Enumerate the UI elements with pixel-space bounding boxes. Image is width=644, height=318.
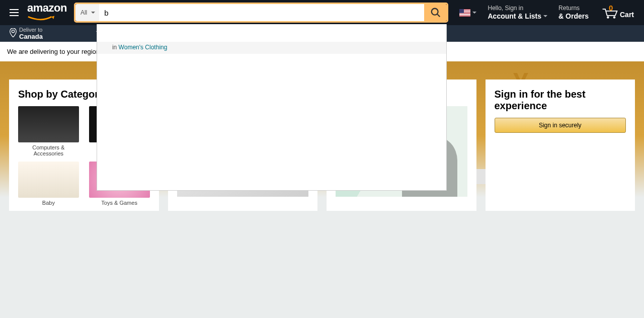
suggestion-completion: andanas <box>108 174 139 182</box>
category-thumb <box>18 162 79 198</box>
search-suggestion[interactable]: bandanas for men <box>97 54 447 68</box>
suggestion-completion: ras for women <box>108 130 160 138</box>
logo-smile-icon <box>27 16 55 22</box>
suggestion-completion: aking soda <box>108 115 147 124</box>
hamburger-menu-button[interactable] <box>5 4 23 22</box>
suggestion-prefix: b <box>104 101 108 109</box>
suggestion-prefix: b <box>104 71 108 80</box>
search-suggestion[interactable]: bandanas <box>97 171 447 185</box>
suggestion-completion: lender <box>108 159 131 168</box>
search-bar: All bathing suits for womenin Women's Cl… <box>74 3 449 23</box>
search-suggestions-dropdown: bathing suits for womenin Women's Clothi… <box>97 24 447 191</box>
us-flag-icon <box>459 9 470 17</box>
search-suggestion[interactable]: baking soda <box>97 112 447 127</box>
chevron-down-icon <box>472 12 476 14</box>
category-label: Computers & Accessories <box>32 144 64 156</box>
suggestion-prefix: b <box>104 57 108 65</box>
suggestion-completion: lackout curtains <box>108 144 166 153</box>
category-tile-computers[interactable]: Computers & Accessories <box>18 106 79 156</box>
location-pin-icon <box>9 28 17 39</box>
suggestion-prefix: b <box>104 174 108 182</box>
search-suggestion[interactable]: blender <box>97 156 447 171</box>
search-suggestion[interactable]: bras for women <box>97 127 447 141</box>
deliver-to-country: Canada <box>19 33 43 40</box>
account-greeting: Hello, Sign in <box>488 5 547 12</box>
account-menu[interactable]: Hello, Sign in Account & Lists <box>484 5 551 20</box>
search-icon <box>430 7 441 18</box>
cart-label: Cart <box>620 11 634 19</box>
suggestion-prefix: b <box>104 86 108 95</box>
category-label: Baby <box>42 200 55 206</box>
suggestion-completion: iker shorts for women <box>108 86 187 95</box>
logo-text: amazon <box>27 2 67 15</box>
card-title: Sign in for the best experience <box>495 89 626 112</box>
deliver-to-button[interactable]: Deliver to Canada <box>6 26 46 41</box>
returns-label-1: Returns <box>558 5 589 12</box>
category-tile-baby[interactable]: Baby <box>18 162 79 206</box>
search-department-label: All <box>80 9 87 16</box>
suggestion-prefix: b <box>104 30 108 39</box>
signin-card: Sign in for the best experience Sign in … <box>486 80 635 211</box>
search-input[interactable] <box>99 4 424 21</box>
search-suggestion[interactable]: bathing suits for women <box>97 27 447 42</box>
cart-link[interactable]: 0 Cart <box>596 6 639 20</box>
svg-line-1 <box>437 14 440 17</box>
search-suggestion[interactable]: blackout curtains <box>97 141 447 156</box>
search-suggestion-department[interactable]: in Women's Clothing <box>97 42 447 54</box>
svg-point-3 <box>613 16 616 19</box>
search-button[interactable] <box>424 4 447 21</box>
search-department-dropdown[interactable]: All <box>75 4 99 21</box>
account-lists-label: Account & Lists <box>488 12 541 21</box>
deliver-to-label: Deliver to <box>19 27 43 33</box>
suggestion-completion: andaids <box>108 71 137 80</box>
svg-point-0 <box>432 9 438 15</box>
suggestion-completion: athing suits for women <box>108 30 191 39</box>
language-selector[interactable] <box>455 9 480 17</box>
suggestion-prefix: b <box>104 115 108 124</box>
returns-label-2: & Orders <box>558 12 589 21</box>
amazon-logo[interactable]: amazon <box>27 2 67 24</box>
cart-count: 0 <box>609 4 613 12</box>
category-label: Toys & Games <box>101 200 137 206</box>
search-suggestion[interactable]: biker shorts for women <box>97 83 447 98</box>
suggestion-prefix: b <box>104 130 108 138</box>
search-suggestion[interactable]: bandaids <box>97 68 447 83</box>
sign-in-securely-button[interactable]: Sign in securely <box>495 118 626 133</box>
svg-point-2 <box>607 16 609 19</box>
chevron-down-icon <box>91 12 95 14</box>
suggestion-completion: lood pressure monitor <box>108 101 188 109</box>
suggestion-prefix: b <box>104 144 108 153</box>
returns-orders-link[interactable]: Returns & Orders <box>554 5 593 20</box>
chevron-down-icon <box>543 15 547 17</box>
suggestion-completion: andanas for men <box>108 57 169 65</box>
top-navbar: amazon All bathing suits for womenin Wom… <box>0 0 644 25</box>
suggestion-prefix: b <box>104 159 108 168</box>
search-suggestion[interactable]: blood pressure monitor <box>97 98 447 112</box>
category-thumb <box>18 106 79 142</box>
